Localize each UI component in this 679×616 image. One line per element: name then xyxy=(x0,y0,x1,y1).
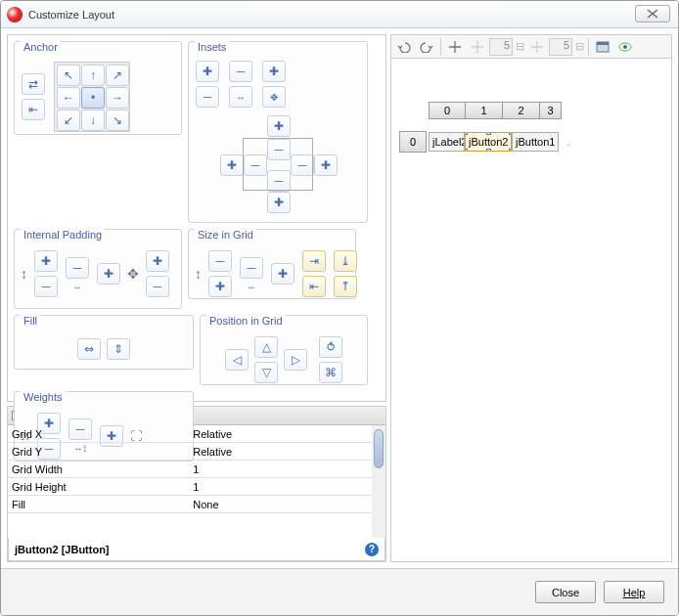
inset-all-dec-button[interactable]: ─ xyxy=(196,86,219,108)
spinner-buttons-icon[interactable]: ⊟ xyxy=(514,37,525,57)
anchor-baseline-h-button[interactable]: ⇄ xyxy=(22,73,45,95)
anchor-sw-button[interactable]: ↙ xyxy=(57,110,80,131)
pos-attach-button[interactable]: ⌘ xyxy=(319,362,342,383)
inset-h-dec-button[interactable]: ─ xyxy=(229,61,252,82)
constraint-row[interactable]: Grid Height1 xyxy=(8,478,385,496)
group-internal-padding: Internal Padding ↕ ✚ ─ ─ ↔ ✚ ✥ xyxy=(14,229,182,309)
size-row-start-button[interactable]: ⤒ xyxy=(334,276,357,297)
inset-right-inc-button[interactable]: ✚ xyxy=(314,154,338,176)
inset-h-inc-button[interactable]: ✚ xyxy=(262,61,286,82)
help-button[interactable]: Help xyxy=(604,581,664,603)
anchor-n-button[interactable]: ↑ xyxy=(81,65,105,86)
resize-handle[interactable] xyxy=(465,149,468,152)
col-header[interactable]: 0 xyxy=(429,102,466,119)
size-v-dec-button[interactable]: ─ xyxy=(208,250,232,272)
constraints-statusbar: jButton2 [JButton] ? xyxy=(8,538,385,561)
constraint-row[interactable]: Grid YRelative xyxy=(8,443,385,461)
component-jlabel2[interactable]: jLabel2 xyxy=(429,132,465,152)
col-header[interactable]: 1 xyxy=(466,102,503,119)
size-row-end-button[interactable]: ⤓ xyxy=(334,250,357,272)
resize-handle[interactable] xyxy=(509,132,512,135)
scrollbar-thumb[interactable] xyxy=(374,429,384,468)
inset-bottom-inc-button[interactable]: ✚ xyxy=(267,192,291,213)
resize-handle[interactable] xyxy=(486,149,491,152)
ipad-v-dec-button[interactable]: ─ xyxy=(34,276,58,297)
inset-all-inc-button[interactable]: ✚ xyxy=(196,61,219,82)
resize-handle[interactable] xyxy=(465,132,468,135)
spinner-buttons-icon[interactable]: ⊟ xyxy=(573,37,585,57)
pos-left-button[interactable]: ◁ xyxy=(225,349,249,371)
component-jbutton1[interactable]: jButton1 xyxy=(512,132,559,152)
app-icon xyxy=(7,7,23,22)
row-header[interactable]: 0 xyxy=(399,131,427,153)
trailing-cell: . xyxy=(559,136,578,148)
ipad-v-icon: ↕ xyxy=(21,266,27,282)
pos-link-button[interactable]: ⥀ xyxy=(319,336,342,358)
size-h-inc-button[interactable]: ✚ xyxy=(271,263,294,285)
eye-icon xyxy=(618,41,632,53)
size-v-inc-button[interactable]: ✚ xyxy=(208,276,232,297)
col-header[interactable]: 2 xyxy=(503,102,540,119)
component-jbutton2[interactable]: jButton2 xyxy=(465,132,512,152)
col-header[interactable]: 3 xyxy=(540,102,562,119)
grid-hide-button[interactable] xyxy=(467,37,488,57)
preview-eye-button[interactable] xyxy=(614,37,636,57)
anchor-nw-button[interactable]: ↖ xyxy=(57,65,80,86)
ipad-v-inc-button[interactable]: ✚ xyxy=(34,250,58,272)
anchor-w-button[interactable]: ← xyxy=(57,87,80,109)
anchor-s-button[interactable]: ↓ xyxy=(81,110,105,131)
resize-handle[interactable] xyxy=(509,149,512,152)
group-insets: Insets ✚ ─ ─ ↔ ✚ ✥ ✚ xyxy=(188,41,368,223)
preview-toolbar: 5 ⊟ 5 ⊟ xyxy=(391,35,671,59)
window-title: Customize Layout xyxy=(28,9,114,21)
close-button[interactable]: Close xyxy=(535,581,596,603)
component-row: jLabel2 jButton2 jButton1 . xyxy=(429,131,578,153)
window-close-button[interactable] xyxy=(635,5,670,22)
grid-off-icon xyxy=(472,41,483,53)
redo-button[interactable] xyxy=(416,37,437,57)
inset-move-button[interactable]: ✥ xyxy=(262,86,286,108)
scrollbar[interactable] xyxy=(372,425,385,538)
ipad-h-inc-button[interactable]: ✚ xyxy=(97,263,120,285)
group-fill-title: Fill xyxy=(21,315,40,327)
size-h-icon: ↔ xyxy=(239,282,264,292)
grid-show-button[interactable] xyxy=(444,37,466,57)
size-col-start-button[interactable]: ⇤ xyxy=(302,276,326,297)
pos-down-button[interactable]: ▽ xyxy=(254,362,278,383)
inset-left-inc-button[interactable]: ✚ xyxy=(220,154,244,176)
help-icon[interactable]: ? xyxy=(365,543,379,556)
pos-right-button[interactable]: ▷ xyxy=(284,349,307,371)
undo-icon xyxy=(397,41,411,53)
size-h-dec-button[interactable]: ─ xyxy=(240,257,263,279)
fill-v-button[interactable]: ⇕ xyxy=(107,338,130,360)
pos-up-button[interactable]: △ xyxy=(254,336,278,358)
ipad-both-dec-button[interactable]: ─ xyxy=(146,276,169,297)
size-col-end-button[interactable]: ⇥ xyxy=(302,250,326,272)
gap-v-spinner[interactable]: 5 xyxy=(549,38,572,56)
fill-h-button[interactable]: ⇔ xyxy=(77,338,101,360)
anchor-baseline-button[interactable]: ⇤ xyxy=(22,99,45,120)
undo-button[interactable] xyxy=(393,37,415,57)
inset-h-reset-button[interactable]: ↔ xyxy=(229,86,252,108)
grid-preview[interactable]: 0 1 2 3 0 jLabel2 jButton2 jButton1 . xyxy=(391,59,671,137)
inset-box-icon xyxy=(243,138,313,191)
grid-icon xyxy=(449,41,461,53)
grid-v-button[interactable] xyxy=(526,37,548,57)
inset-top-inc-button[interactable]: ✚ xyxy=(267,115,291,137)
constraint-row[interactable]: Grid XRelative xyxy=(8,425,385,443)
window-mode-button[interactable] xyxy=(592,37,613,57)
gap-h-spinner[interactable]: 5 xyxy=(489,38,513,56)
resize-handle[interactable] xyxy=(486,132,491,135)
anchor-c-button[interactable]: • xyxy=(81,87,105,109)
group-internal-padding-title: Internal Padding xyxy=(21,229,105,241)
column-headers: 0 1 2 3 xyxy=(429,102,562,119)
ipad-h-dec-button[interactable]: ─ xyxy=(66,257,89,279)
ipad-both-inc-button[interactable]: ✚ xyxy=(146,250,169,272)
anchor-ne-button[interactable]: ↗ xyxy=(106,65,129,86)
anchor-se-button[interactable]: ↘ xyxy=(106,110,129,131)
redo-icon xyxy=(420,41,433,53)
constraint-row[interactable]: FillNone xyxy=(8,496,385,513)
constraint-row[interactable]: Grid Width1 xyxy=(8,461,385,478)
anchor-e-button[interactable]: → xyxy=(106,87,129,109)
constraints-table: Grid XRelative Grid YRelative Grid Width… xyxy=(8,425,385,538)
